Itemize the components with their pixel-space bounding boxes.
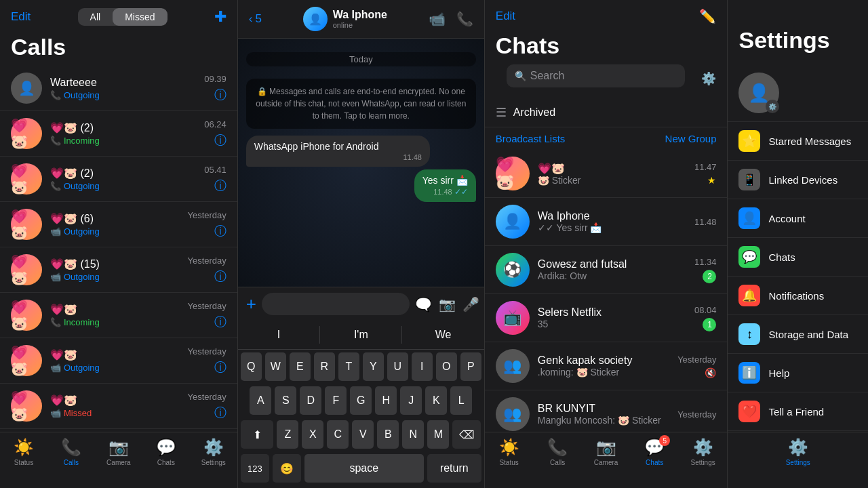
key-y[interactable]: Y (363, 352, 384, 381)
voice-call-icon[interactable]: 📞 (456, 11, 473, 27)
key-c[interactable]: C (327, 420, 349, 449)
chat-back-button[interactable]: ‹ 5 (249, 12, 262, 26)
key-u[interactable]: U (387, 352, 408, 381)
tab-settings[interactable]: ⚙️ Settings (190, 438, 237, 466)
chats-list: 💗🐷 💗🐷 🐷 Sticker 11.47 ★ 👤 Wa Iphone ✓✓ Y… (485, 150, 728, 432)
settings-item-starred[interactable]: ⭐ Starred Messages (728, 122, 868, 161)
chats-tab-camera[interactable]: 📷 Camera (582, 438, 631, 466)
settings-item-notifications[interactable]: 🔔 Notifications (728, 277, 868, 315)
chats-compose-button[interactable]: ✏️ (699, 8, 716, 24)
key-backspace[interactable]: ⌫ (452, 420, 481, 449)
key-space[interactable]: space (304, 454, 424, 483)
settings-profile[interactable]: 👤 ⚙️ (728, 64, 868, 122)
call-info-icon-5[interactable]: ⓘ (214, 314, 226, 330)
call-info-icon-7[interactable]: ⓘ (214, 405, 226, 421)
key-s[interactable]: S (275, 386, 296, 415)
chat-list-item[interactable]: 💗🐷 💗🐷 🐷 Sticker 11.47 ★ (485, 150, 728, 198)
key-l[interactable]: L (450, 386, 472, 415)
chat-list-item[interactable]: ⚽ Gowesz and futsal Ardika: Otw 11.34 2 (485, 246, 728, 294)
tab-calls[interactable]: 📞 Calls (47, 438, 95, 466)
key-p[interactable]: P (460, 352, 481, 381)
settings-item-chats[interactable]: 💬 Chats (728, 238, 868, 277)
chat-meta-2: 11.48 (694, 217, 717, 227)
chat-list-item[interactable]: 👤 Wa Iphone ✓✓ Yes sirr 📩 11.48 (485, 198, 728, 246)
settings-item-account[interactable]: 👤 Account (728, 199, 868, 238)
chat-list-item[interactable]: 👥 BR KUNYIT Mangku Moncosh: 🐷 Sticker Ye… (485, 390, 728, 432)
archived-row[interactable]: ☰ Archived (485, 98, 728, 127)
chats-edit-button[interactable]: Edit (496, 9, 515, 23)
key-i[interactable]: I (412, 352, 433, 381)
key-emoji[interactable]: 😊 (273, 454, 301, 483)
chat-list-item[interactable]: 👥 Genk kapak society .koming: 🐷 Sticker … (485, 342, 728, 390)
key-a[interactable]: A (250, 386, 271, 415)
call-info-icon-1[interactable]: ⓘ (214, 132, 226, 148)
settings-tab-settings[interactable]: ⚙️ Settings (728, 438, 868, 466)
call-info-icon-6[interactable]: ⓘ (214, 359, 226, 375)
key-return[interactable]: return (427, 454, 481, 483)
call-info-icon-3[interactable]: ⓘ (214, 223, 226, 239)
key-w[interactable]: W (265, 352, 286, 381)
key-m[interactable]: M (427, 420, 449, 449)
key-g[interactable]: G (350, 386, 372, 415)
settings-item-linked[interactable]: 📱 Linked Devices (728, 161, 868, 199)
chats-tab-calls[interactable]: 📞 Calls (533, 438, 582, 466)
key-f[interactable]: F (325, 386, 347, 415)
key-n[interactable]: N (402, 420, 424, 449)
key-o[interactable]: O (436, 352, 457, 381)
calls-edit-button[interactable]: Edit (11, 10, 31, 24)
call-list-item[interactable]: 👤 Warteeee 📞 Outgoing 09.39 ⓘ (0, 66, 237, 111)
key-k[interactable]: K (425, 386, 447, 415)
key-d[interactable]: D (300, 386, 321, 415)
call-info-icon-4[interactable]: ⓘ (214, 268, 226, 285)
key-shift[interactable]: ⬆ (241, 420, 273, 449)
key-j[interactable]: J (400, 386, 422, 415)
key-v[interactable]: V (352, 420, 374, 449)
call-info-icon-0[interactable]: ⓘ (214, 87, 226, 103)
key-123[interactable]: 123 (241, 454, 269, 483)
chats-search-bar[interactable]: 🔍 Search (507, 64, 686, 87)
call-list-item[interactable]: 💗🐷 💗🐷 📹 Missed Yesterday ⓘ (0, 384, 237, 429)
mic-icon[interactable]: 🎤 (462, 296, 479, 312)
chats-filter-icon[interactable]: ⚙️ (701, 71, 716, 86)
calls-filter-missed[interactable]: Missed (113, 8, 167, 26)
key-b[interactable]: B (377, 420, 399, 449)
settings-item-help[interactable]: ℹ️ Help (728, 354, 868, 392)
call-list-item[interactable]: 💗🐷 💗🐷 (6) 📹 Outgoing Yesterday ⓘ (0, 202, 237, 247)
settings-item-storage[interactable]: ↕️ Storage and Data (728, 315, 868, 354)
key-z[interactable]: Z (277, 420, 298, 449)
settings-item-friend[interactable]: ❤️ Tell a Friend (728, 392, 868, 431)
call-list-item[interactable]: 💗🐷 💗🐷 (2) 📞 Incoming 06.24 ⓘ (0, 111, 237, 157)
key-h[interactable]: H (375, 386, 397, 415)
chat-input-plus-button[interactable]: + (246, 293, 256, 314)
broadcast-lists-label[interactable]: Broadcast Lists (496, 133, 566, 144)
call-list-item[interactable]: 💗🐷 💗🐷 📹 Outgoing Yesterday ⓘ (0, 338, 237, 384)
system-message[interactable]: 🔒 Messages and calls are end-to-end encr… (246, 79, 476, 129)
suggestion-im[interactable]: I'm (320, 326, 402, 344)
tab-camera[interactable]: 📷 Camera (95, 438, 142, 466)
chats-tab-chats[interactable]: 💬 5 Chats (630, 438, 679, 466)
chat-input-field[interactable] (262, 293, 410, 315)
chats-tab-settings[interactable]: ⚙️ Settings (679, 438, 728, 466)
calls-new-button[interactable]: ✚ (214, 8, 226, 26)
suggestion-i[interactable]: I (238, 326, 320, 344)
call-list-item[interactable]: 💗🐷 💗🐷 (2) 📞 Outgoing 05.41 ⓘ (0, 157, 237, 202)
chat-list-item[interactable]: 📺 Selers Netflix 35 08.04 1 (485, 294, 728, 342)
new-group-button[interactable]: New Group (665, 133, 717, 144)
key-q[interactable]: Q (241, 352, 262, 381)
key-r[interactable]: R (314, 352, 335, 381)
tab-chats[interactable]: 💬 Chats (142, 438, 190, 466)
call-info-5: 💗🐷 📞 Incoming (50, 303, 179, 327)
chats-tab-status[interactable]: ☀️ Status (485, 438, 534, 466)
camera-input-icon[interactable]: 📷 (439, 296, 456, 312)
key-e[interactable]: E (290, 352, 311, 381)
calls-filter-all[interactable]: All (78, 8, 113, 26)
tab-status[interactable]: ☀️ Status (0, 438, 47, 466)
call-list-item[interactable]: 💗🐷 💗🐷 📞 Incoming Yesterday ⓘ (0, 293, 237, 338)
sticker-icon[interactable]: 🗨️ (415, 296, 432, 312)
call-list-item[interactable]: 💗🐷 💗🐷 (15) 📹 Outgoing Yesterday ⓘ (0, 247, 237, 293)
video-call-icon[interactable]: 📹 (429, 11, 446, 27)
suggestion-we[interactable]: We (402, 326, 484, 344)
key-x[interactable]: X (302, 420, 323, 449)
key-t[interactable]: T (338, 352, 359, 381)
call-info-icon-2[interactable]: ⓘ (214, 178, 226, 194)
